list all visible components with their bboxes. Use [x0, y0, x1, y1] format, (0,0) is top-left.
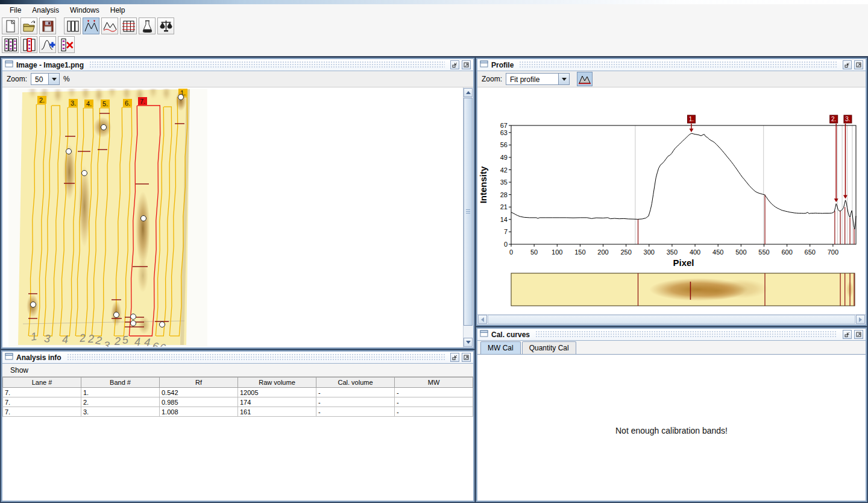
svg-text:14: 14 — [500, 216, 508, 223]
maximize-icon[interactable] — [854, 330, 863, 339]
band-grid-button[interactable] — [120, 17, 137, 34]
menu-help[interactable]: Help — [105, 5, 131, 16]
show-menu-item[interactable]: Show — [10, 366, 28, 375]
maximize-icon[interactable] — [462, 353, 471, 362]
table-cell: 174 — [238, 397, 316, 407]
scroll-down-icon[interactable] — [464, 338, 473, 347]
scroll-right-icon[interactable] — [856, 315, 865, 324]
intensity-profile-chart[interactable]: 0714212835424956636705010015020025030035… — [477, 87, 866, 311]
table-cell: 3. — [81, 407, 160, 417]
profile-zoom-bar: Zoom: Fit profile — [477, 71, 866, 87]
open-file-button[interactable] — [20, 17, 37, 34]
svg-text:21: 21 — [500, 203, 508, 210]
add-peak-button[interactable] — [39, 36, 56, 53]
table-row[interactable]: 7.3.1.008161-- — [3, 407, 473, 417]
zoom-label: Zoom: — [482, 75, 502, 83]
mw-calibration-button[interactable] — [157, 17, 174, 34]
column-header[interactable]: Rf — [160, 378, 238, 388]
chevron-down-icon[interactable] — [558, 74, 569, 84]
image-canvas-area: 2.3.4.5.6.7.1.1342223254466 — [2, 87, 473, 347]
chevron-down-icon[interactable] — [48, 74, 59, 84]
analysis-info-window: Analysis info Show Lane #Band #RfRaw vol… — [1, 350, 474, 502]
gel-image-canvas[interactable]: 2.3.4.5.6.7.1.1342223254466 — [8, 89, 207, 347]
tab-quantity-cal[interactable]: Quantity Cal — [522, 341, 576, 354]
svg-text:42: 42 — [500, 166, 508, 174]
svg-text:400: 400 — [690, 248, 700, 256]
column-header[interactable]: MW — [395, 378, 473, 388]
scrollbar-thumb[interactable] — [488, 315, 855, 324]
minimize-icon[interactable] — [843, 60, 852, 69]
cal-message: Not enough calibration bands! — [615, 426, 728, 435]
column-header[interactable]: Band # — [81, 378, 160, 388]
scrollbar-thumb[interactable] — [464, 98, 473, 326]
analysis-window-title: Analysis info — [16, 353, 61, 362]
table-cell: - — [316, 397, 395, 407]
titlebar-texture — [67, 353, 445, 361]
column-header[interactable]: Lane # — [3, 378, 81, 388]
fit-profile-button[interactable] — [577, 72, 593, 86]
menu-analysis[interactable]: Analysis — [27, 5, 64, 16]
image-zoom-combobox[interactable]: 50 — [31, 73, 60, 85]
profile-horizontal-scrollbar[interactable] — [477, 314, 866, 324]
show-all-bands-icon — [3, 37, 18, 52]
zoom-percent-label: % — [63, 75, 70, 83]
new-document-button[interactable] — [2, 17, 19, 34]
delete-band-button[interactable] — [58, 36, 75, 53]
show-lanes-button[interactable] — [64, 17, 81, 34]
fit-profile-button[interactable] — [101, 17, 118, 34]
cal-window-titlebar[interactable]: Cal. curves — [477, 329, 866, 341]
svg-text:3.: 3. — [845, 116, 850, 122]
profile-window-titlebar[interactable]: Profile — [477, 59, 866, 71]
save-button[interactable] — [39, 17, 56, 34]
analysis-table[interactable]: Lane #Band #RfRaw volumeCal. volumeMW 7.… — [2, 377, 473, 417]
show-lane-bands-button[interactable] — [20, 36, 37, 53]
svg-text:600: 600 — [781, 248, 792, 256]
analysis-window-titlebar[interactable]: Analysis info — [2, 352, 473, 364]
table-row[interactable]: 7.1.0.54212005-- — [3, 388, 473, 397]
table-cell: - — [316, 407, 395, 417]
zoom-label: Zoom: — [7, 75, 27, 83]
table-cell: 161 — [238, 407, 316, 417]
svg-text:35: 35 — [500, 179, 508, 186]
svg-text:2.: 2. — [831, 116, 836, 122]
maximize-icon[interactable] — [854, 60, 863, 69]
svg-text:250: 250 — [620, 248, 631, 256]
scroll-left-icon[interactable] — [478, 315, 487, 324]
menu-file[interactable]: File — [4, 5, 27, 16]
detect-peaks-button[interactable] — [83, 17, 99, 34]
svg-text:4: 4 — [134, 336, 140, 347]
svg-text:3: 3 — [43, 332, 51, 345]
column-header[interactable]: Cal. volume — [316, 378, 395, 388]
image-window-titlebar[interactable]: Image - Image1.png — [2, 59, 473, 71]
svg-text:4.: 4. — [86, 100, 92, 107]
minimize-icon[interactable] — [450, 60, 459, 69]
cal-curves-window: Cal. curves MW CalQuantity Cal Not enoug… — [476, 327, 867, 502]
table-cell: - — [316, 388, 395, 397]
maximize-icon[interactable] — [462, 60, 471, 69]
quantity-calibration-button[interactable] — [139, 17, 156, 34]
open-file-icon — [22, 19, 37, 34]
new-document-icon — [3, 19, 18, 34]
svg-text:6.: 6. — [125, 100, 130, 107]
column-header[interactable]: Raw volume — [238, 378, 316, 388]
table-row[interactable]: 7.2.0.985174-- — [3, 397, 473, 407]
show-lane-bands-icon — [22, 37, 37, 52]
analysis-menu-bar: Show — [2, 364, 473, 377]
profile-zoom-combobox[interactable]: Fit profile — [506, 73, 570, 85]
scroll-up-icon[interactable] — [464, 88, 473, 97]
svg-text:650: 650 — [805, 248, 816, 256]
os-titlebar-strip — [0, 0, 868, 4]
analysis-table-area: Lane #Band #RfRaw volumeCal. volumeMW 7.… — [2, 377, 473, 501]
minimize-icon[interactable] — [450, 353, 459, 362]
svg-text:500: 500 — [735, 248, 746, 256]
table-cell: - — [395, 388, 473, 397]
cal-window-title: Cal. curves — [491, 331, 530, 339]
profile-zoom-value: Fit profile — [506, 74, 558, 84]
mw-calibration-icon — [159, 19, 174, 34]
tab-mw-cal[interactable]: MW Cal — [480, 341, 521, 354]
show-all-bands-button[interactable] — [2, 36, 19, 53]
svg-text:49: 49 — [500, 154, 508, 161]
image-vertical-scrollbar[interactable] — [463, 87, 473, 347]
menu-windows[interactable]: Windows — [64, 5, 105, 16]
minimize-icon[interactable] — [843, 330, 852, 339]
